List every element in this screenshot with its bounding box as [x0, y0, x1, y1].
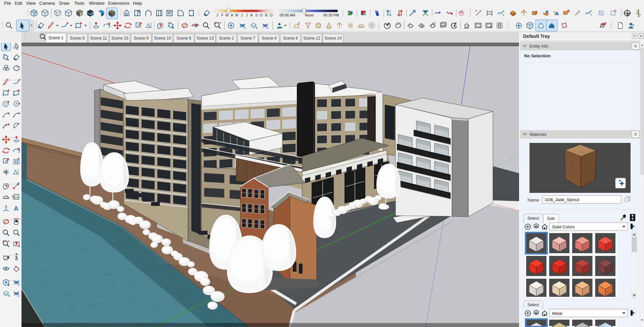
svg-text:Scene 9: Scene 9	[134, 36, 148, 41]
svg-text:Scene 8: Scene 8	[283, 36, 298, 41]
svg-text:Default Tray: Default Tray	[523, 34, 550, 39]
svg-text:J: J	[216, 13, 218, 17]
svg-text:Noon: Noon	[305, 13, 314, 17]
svg-text:A: A	[14, 205, 18, 212]
svg-text:S: S	[255, 13, 258, 17]
svg-text:06:16 PM: 06:16 PM	[323, 13, 339, 17]
svg-text:A1: A1	[14, 196, 18, 199]
svg-text:A: A	[231, 13, 233, 17]
svg-text:Scene 6: Scene 6	[176, 36, 191, 41]
svg-text:Scene 10: Scene 10	[154, 36, 171, 41]
svg-text:No Selection: No Selection	[524, 53, 551, 58]
svg-text:Scene 7: Scene 7	[240, 36, 255, 41]
svg-text:05:56 AM: 05:56 AM	[280, 13, 295, 17]
svg-text:F: F	[221, 13, 224, 17]
svg-text:O: O	[260, 13, 263, 17]
svg-text:Scene 14: Scene 14	[325, 36, 342, 41]
svg-text:Scene 2: Scene 2	[219, 36, 234, 41]
svg-text:Scene 4: Scene 4	[262, 36, 276, 41]
svg-text:Scene 15: Scene 15	[111, 36, 129, 41]
svg-text:Name: Name	[527, 198, 539, 203]
svg-text:Scene 1: Scene 1	[48, 36, 63, 40]
svg-text:M: M	[235, 13, 238, 17]
svg-text:J: J	[241, 13, 243, 17]
svg-text:N: N	[627, 13, 629, 15]
svg-text:15: 15	[17, 182, 20, 184]
svg-text:J: J	[246, 13, 248, 17]
svg-text:Entity Info: Entity Info	[530, 44, 548, 49]
svg-text:N: N	[265, 13, 268, 17]
svg-text:Scene 12: Scene 12	[303, 36, 320, 41]
svg-text:M: M	[225, 13, 228, 17]
svg-text:Select: Select	[527, 303, 539, 307]
svg-text:G06_Jade_Sprout: G06_Jade_Sprout	[545, 198, 579, 202]
svg-text:Materials: Materials	[530, 132, 547, 137]
svg-text:Scene 11: Scene 11	[90, 36, 107, 41]
svg-text:Edit: Edit	[547, 216, 555, 221]
svg-text:D: D	[270, 13, 273, 17]
svg-text:Select: Select	[527, 216, 539, 221]
svg-text:Scene 5: Scene 5	[70, 36, 85, 41]
svg-text:Scene 13: Scene 13	[197, 36, 214, 41]
svg-text:Solid Colors: Solid Colors	[552, 225, 574, 229]
svg-text:A: A	[250, 13, 253, 17]
svg-text:Metal: Metal	[552, 311, 562, 316]
